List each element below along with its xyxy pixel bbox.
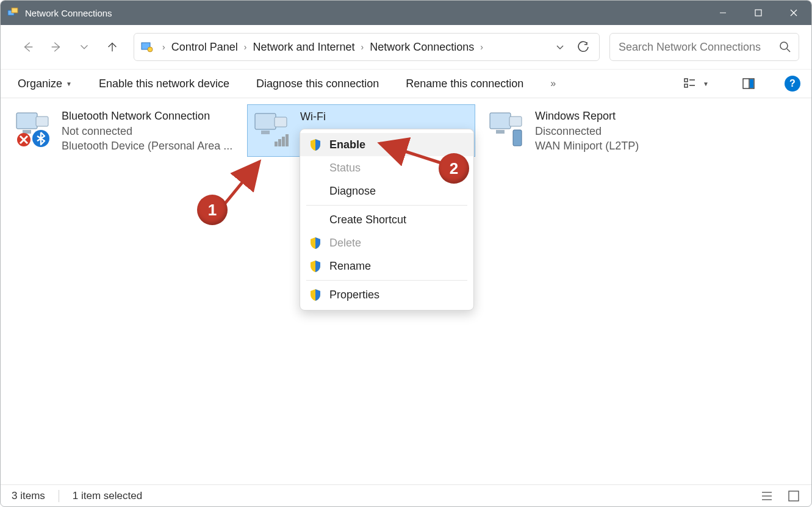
ctx-separator xyxy=(306,205,467,206)
svg-point-10 xyxy=(780,42,788,49)
svg-line-11 xyxy=(787,49,790,52)
up-button[interactable] xyxy=(98,33,126,61)
shield-icon xyxy=(309,259,322,273)
minimize-button[interactable] xyxy=(705,1,741,25)
svg-rect-29 xyxy=(282,137,285,146)
recent-button[interactable] xyxy=(70,33,98,61)
connection-device: Bluetooth Device (Personal Area ... xyxy=(62,138,232,153)
titlebar: Network Connections xyxy=(1,1,811,25)
diagnose-connection-button[interactable]: Diagnose this connection xyxy=(256,77,379,90)
svg-rect-27 xyxy=(275,142,278,146)
help-button[interactable]: ? xyxy=(785,76,800,92)
network-adapter-icon xyxy=(13,108,53,148)
breadcrumb-item[interactable]: Control Panel xyxy=(169,41,240,54)
ctx-delete: Delete xyxy=(300,231,473,254)
status-bar: 3 items 1 item selected xyxy=(1,484,811,506)
search-box[interactable] xyxy=(609,33,799,61)
search-input[interactable] xyxy=(617,40,779,54)
toolbar: Organize ▼ Enable this network device Di… xyxy=(1,69,811,98)
svg-point-9 xyxy=(148,47,153,52)
app-icon xyxy=(7,7,19,19)
breadcrumb-sep: › xyxy=(240,42,251,52)
address-history-button[interactable] xyxy=(549,41,571,52)
svg-rect-31 xyxy=(490,113,511,129)
svg-rect-19 xyxy=(16,113,37,129)
ctx-enable[interactable]: Enable xyxy=(300,133,473,156)
back-button[interactable] xyxy=(14,33,42,61)
shield-icon xyxy=(309,236,322,250)
svg-rect-12 xyxy=(684,79,688,82)
connection-name: Windows Report xyxy=(535,108,639,123)
preview-pane-button[interactable] xyxy=(739,74,758,93)
chevron-down-icon: ▼ xyxy=(66,81,72,87)
connection-item-windows-report[interactable]: Windows Report Disconnected WAN Miniport… xyxy=(483,104,711,157)
connection-item-bluetooth[interactable]: Bluetooth Network Connection Not connect… xyxy=(9,104,237,157)
organize-menu[interactable]: Organize ▼ xyxy=(18,77,72,90)
ctx-rename[interactable]: Rename xyxy=(300,254,473,278)
ctx-enable-label: Enable xyxy=(329,138,365,151)
toolbar-overflow[interactable]: » xyxy=(550,78,556,89)
svg-rect-26 xyxy=(275,117,287,127)
svg-rect-1 xyxy=(12,8,18,13)
view-options-button[interactable] xyxy=(681,74,699,93)
control-panel-icon xyxy=(140,40,154,54)
network-adapter-icon xyxy=(486,108,526,148)
network-adapter-icon xyxy=(251,109,292,149)
content-area: Bluetooth Network Connection Not connect… xyxy=(1,98,811,484)
organize-label: Organize xyxy=(18,77,62,90)
ctx-create-shortcut[interactable]: Create Shortcut xyxy=(300,208,473,231)
breadcrumb-item[interactable]: Network Connections xyxy=(367,41,476,54)
svg-rect-34 xyxy=(513,130,522,146)
breadcrumb-sep: › xyxy=(476,42,487,52)
annotation-bubble-1: 1 xyxy=(197,195,228,225)
svg-rect-3 xyxy=(755,10,761,16)
connection-status: Not connected xyxy=(62,123,232,138)
svg-line-35 xyxy=(220,162,259,209)
forward-button[interactable] xyxy=(42,33,70,61)
svg-rect-30 xyxy=(286,134,289,146)
close-button[interactable] xyxy=(776,1,811,25)
ctx-separator xyxy=(306,280,467,281)
rename-connection-button[interactable]: Rename this connection xyxy=(406,77,523,90)
svg-rect-32 xyxy=(496,130,505,134)
breadcrumb-sep: › xyxy=(159,42,169,52)
shield-icon xyxy=(309,138,322,151)
nav-row: › Control Panel › Network and Internet ›… xyxy=(1,25,811,69)
status-selected-count: 1 item selected xyxy=(73,490,142,502)
annotation-bubble-2: 2 xyxy=(439,153,469,184)
svg-rect-25 xyxy=(261,131,270,134)
breadcrumb-sep: › xyxy=(357,42,368,52)
maximize-button[interactable] xyxy=(741,1,776,25)
shield-icon xyxy=(309,288,322,301)
ctx-properties[interactable]: Properties xyxy=(300,283,473,306)
window-title: Network Connections xyxy=(25,8,112,18)
svg-rect-28 xyxy=(278,139,281,146)
status-item-count: 3 items xyxy=(12,490,45,502)
svg-rect-18 xyxy=(750,79,753,88)
connection-status: Disconnected xyxy=(535,123,639,138)
svg-rect-33 xyxy=(509,117,522,126)
enable-device-button[interactable]: Enable this network device xyxy=(99,77,229,90)
connection-device: WAN Miniport (L2TP) xyxy=(535,138,639,153)
search-icon[interactable] xyxy=(779,41,791,53)
svg-rect-40 xyxy=(789,491,799,501)
svg-rect-21 xyxy=(36,117,48,126)
ctx-diagnose[interactable]: Diagnose xyxy=(300,179,473,203)
breadcrumb-item[interactable]: Network and Internet xyxy=(250,41,357,54)
details-view-button[interactable] xyxy=(760,489,774,503)
status-separator xyxy=(59,490,59,502)
chevron-down-icon[interactable]: ▼ xyxy=(699,81,713,87)
svg-rect-13 xyxy=(684,84,688,87)
address-bar[interactable]: › Control Panel › Network and Internet ›… xyxy=(134,33,600,61)
connection-name: Wi-Fi xyxy=(300,109,326,124)
large-icons-view-button[interactable] xyxy=(787,489,800,503)
refresh-button[interactable] xyxy=(571,41,595,53)
connection-name: Bluetooth Network Connection xyxy=(62,108,232,123)
svg-rect-24 xyxy=(255,113,276,129)
